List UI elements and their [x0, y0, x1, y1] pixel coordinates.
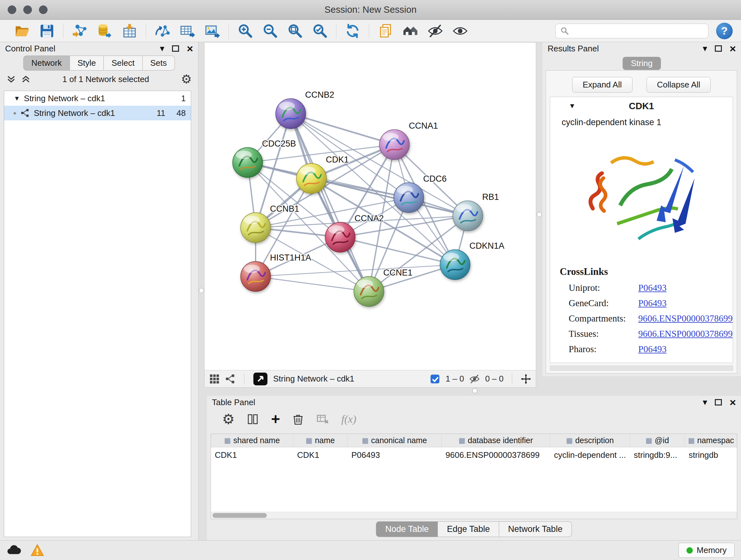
column-header-canonical-name[interactable]: ▦canonical name [347, 434, 442, 447]
table-cell[interactable]: CDK1 [211, 447, 293, 461]
zoom-out-button[interactable] [258, 21, 282, 41]
tab-edge-table[interactable]: Edge Table [438, 521, 499, 537]
network-node-ccnb1[interactable]: CCNB1 [241, 204, 299, 243]
export-network-button[interactable] [150, 21, 175, 41]
panel-close-button[interactable]: × [187, 43, 193, 54]
export-table-button[interactable] [175, 21, 200, 41]
expand-all-icon[interactable] [21, 74, 30, 84]
panel-close-button[interactable]: × [730, 397, 736, 408]
panel-collapse-button[interactable]: ▾ [703, 44, 707, 53]
horizontal-splitter-handle[interactable] [472, 388, 477, 393]
gear-icon[interactable]: ⚙ [181, 73, 192, 85]
table-cell[interactable]: stringdb [685, 447, 737, 461]
column-header-namespac[interactable]: ▦namespac [685, 434, 737, 447]
save-session-button[interactable] [35, 21, 59, 41]
panel-collapse-button[interactable]: ▾ [160, 44, 164, 53]
network-edge[interactable] [291, 114, 394, 145]
crosslink-link[interactable]: P06493 [638, 344, 667, 354]
tab-node-table[interactable]: Node Table [376, 521, 438, 537]
vertical-splitter-handle[interactable] [199, 288, 204, 293]
panel-float-button[interactable] [715, 45, 722, 52]
network-icon[interactable] [225, 374, 236, 384]
open-session-button[interactable] [10, 21, 35, 41]
network-node-cdk1[interactable]: CDK1 [296, 155, 349, 193]
show-items-button[interactable] [448, 21, 473, 41]
panel-float-button[interactable] [172, 45, 179, 52]
table-horizontal-scrollbar[interactable] [211, 512, 737, 519]
tab-network-table[interactable]: Network Table [499, 521, 572, 537]
help-button[interactable]: ? [716, 23, 733, 39]
crosslink-link[interactable]: 9606.ENSP00000378699 [638, 328, 733, 339]
column-header-name[interactable]: ▦name [293, 434, 347, 447]
scrollbar-thumb[interactable] [212, 513, 267, 518]
crosslink-link[interactable]: P06493 [638, 298, 667, 308]
network-row[interactable]: ● String Network – cdk1 11 48 [4, 106, 191, 120]
table-cell[interactable]: stringdb:9... [630, 447, 685, 461]
section-collapse-icon[interactable]: ▼ [569, 103, 576, 110]
zoom-selected-button[interactable] [307, 21, 332, 41]
zoom-in-button[interactable] [232, 21, 258, 41]
window-minimize-button[interactable] [23, 5, 32, 14]
tab-sets[interactable]: Sets [143, 56, 175, 71]
network-collection-row[interactable]: ▼ String Network – cdk1 1 [4, 91, 191, 106]
delete-table-icon[interactable] [316, 413, 330, 426]
tab-select[interactable]: Select [104, 56, 142, 71]
panel-float-button[interactable] [715, 399, 722, 406]
import-network-database-button[interactable] [92, 21, 117, 41]
column-header-shared-name[interactable]: ▦shared name [211, 434, 293, 447]
window-zoom-button[interactable] [39, 5, 48, 14]
panel-collapse-button[interactable]: ▾ [703, 398, 707, 407]
network-edge[interactable] [340, 237, 455, 265]
cloud-icon[interactable] [6, 543, 21, 558]
table-row[interactable]: CDK1CDK1P064939606.ENSP00000378699cyclin… [211, 447, 737, 461]
network-node-rb1[interactable]: RB1 [453, 192, 499, 231]
table-settings-gear-icon[interactable]: ⚙ [222, 412, 234, 426]
tab-style[interactable]: Style [70, 56, 104, 71]
toolbar-search[interactable] [555, 23, 709, 38]
function-builder-button[interactable]: f(x) [341, 413, 356, 425]
table-cell[interactable]: cyclin-dependent ... [550, 447, 630, 461]
table-cell[interactable]: CDK1 [293, 447, 347, 461]
collapse-all-icon[interactable] [6, 74, 16, 84]
birds-eye-view-button[interactable] [253, 372, 268, 386]
create-column-button[interactable]: + [271, 412, 280, 427]
network-node-ccne1[interactable]: CCNE1 [354, 268, 413, 307]
pan-crosshair-icon[interactable] [521, 374, 531, 384]
hide-items-button[interactable] [423, 21, 448, 41]
export-image-button[interactable] [200, 21, 225, 41]
warning-icon[interactable] [30, 543, 45, 558]
network-node-ccnb2[interactable]: CCNB2 [276, 90, 334, 129]
refresh-view-button[interactable] [340, 21, 365, 41]
delete-column-trash-icon[interactable] [291, 413, 305, 426]
network-node-hist1h1a[interactable]: HIST1H1A [241, 253, 311, 292]
tab-string[interactable]: String [623, 57, 661, 70]
network-edge[interactable] [256, 276, 369, 292]
collapse-all-button[interactable]: Collapse All [647, 77, 711, 92]
tree-expand-icon[interactable]: ▼ [14, 95, 20, 102]
show-columns-icon[interactable] [246, 413, 259, 426]
search-input[interactable] [572, 26, 704, 36]
crosslink-link[interactable]: P06493 [638, 283, 667, 293]
memory-button[interactable]: Memory [678, 543, 735, 558]
string-home-button[interactable] [398, 21, 423, 41]
node-details-header[interactable]: ▼ CDK1 [550, 97, 733, 115]
network-node-cdkn1a[interactable]: CDKN1A [440, 241, 504, 280]
table-cell[interactable]: P06493 [347, 447, 442, 461]
network-node-ccna1[interactable]: CCNA1 [380, 121, 438, 160]
crosslink-link[interactable]: 9606.ENSP00000378699 [638, 313, 733, 324]
network-node-ccna2[interactable]: CCNA2 [325, 213, 384, 252]
window-close-button[interactable] [8, 5, 16, 14]
column-header-description[interactable]: ▦description [550, 434, 630, 447]
column-header--id[interactable]: ▦@id [630, 434, 685, 447]
network-canvas[interactable]: CCNB2CCNA1CDC25BCDK1CDC6RB1CCNB1CCNA2CDK… [205, 43, 536, 370]
column-header-database-identifier[interactable]: ▦database identifier [442, 434, 550, 447]
network-edge[interactable] [291, 114, 369, 292]
hidden-eye-slash-icon[interactable] [469, 374, 480, 384]
zoom-fit-button[interactable] [282, 21, 307, 41]
expand-all-button[interactable]: Expand All [572, 77, 632, 92]
tab-network[interactable]: Network [23, 56, 70, 71]
grid-view-icon[interactable] [209, 374, 220, 384]
table-cell[interactable]: 9606.ENSP00000378699 [442, 447, 550, 461]
panel-close-button[interactable]: × [730, 43, 736, 54]
selected-checkbox-icon[interactable] [429, 374, 441, 384]
